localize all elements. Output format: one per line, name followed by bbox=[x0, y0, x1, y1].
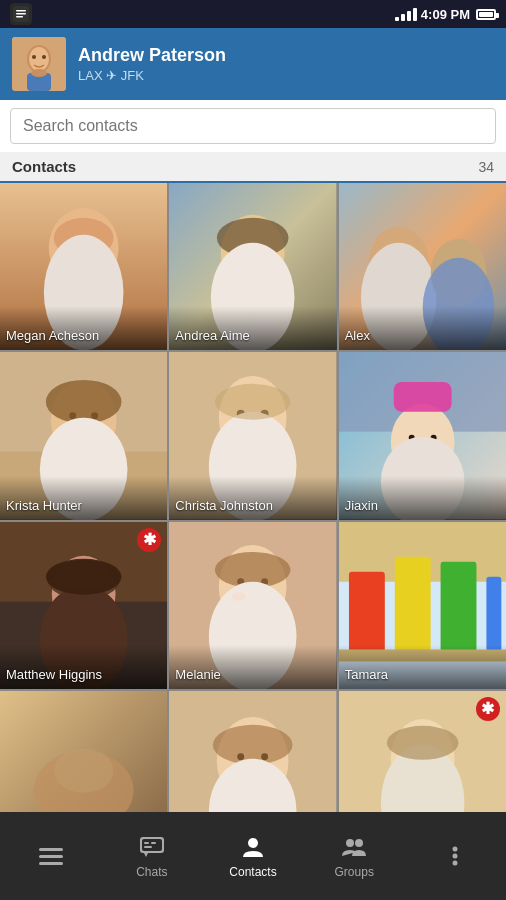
contact-name: Alex bbox=[345, 328, 370, 343]
nav-item-chats[interactable]: Chats bbox=[101, 825, 202, 887]
user-name: Andrew Paterson bbox=[78, 45, 494, 66]
svg-rect-71 bbox=[394, 557, 430, 652]
contacts-count: 34 bbox=[478, 159, 494, 175]
svg-rect-72 bbox=[440, 561, 476, 651]
nav-item-groups[interactable]: Groups bbox=[304, 825, 405, 887]
contact-cell[interactable]: Krista Hunter bbox=[0, 352, 167, 519]
contact-cell[interactable]: Alex bbox=[339, 183, 506, 350]
svg-point-36 bbox=[46, 380, 122, 424]
svg-rect-1 bbox=[16, 10, 26, 12]
svg-point-100 bbox=[453, 854, 458, 859]
svg-point-82 bbox=[213, 725, 293, 765]
status-left bbox=[10, 3, 32, 25]
svg-rect-70 bbox=[349, 571, 385, 651]
header-info: Andrew Paterson LAX ✈ JFK bbox=[78, 45, 494, 83]
svg-rect-93 bbox=[144, 846, 152, 848]
contact-name: Tamara bbox=[345, 667, 388, 682]
status-right: 4:09 PM bbox=[395, 7, 496, 22]
svg-point-10 bbox=[31, 69, 47, 77]
header: Andrew Paterson LAX ✈ JFK bbox=[0, 28, 506, 100]
contact-name: Matthew Higgins bbox=[6, 667, 102, 682]
svg-rect-3 bbox=[16, 16, 23, 18]
svg-point-101 bbox=[453, 861, 458, 866]
contact-name: Melanie bbox=[175, 667, 221, 682]
status-bar: 4:09 PM bbox=[0, 0, 506, 28]
svg-point-67 bbox=[232, 592, 246, 600]
nav-item-more[interactable] bbox=[405, 834, 506, 878]
contact-cell[interactable]: Christa Johnston bbox=[169, 352, 336, 519]
chats-label: Chats bbox=[136, 865, 167, 879]
svg-rect-91 bbox=[142, 839, 162, 851]
contact-name: Christa Johnston bbox=[175, 498, 273, 513]
contact-cell[interactable]: Megan Acheson bbox=[0, 183, 167, 350]
search-container bbox=[0, 100, 506, 152]
contact-name: Jiaxin bbox=[345, 498, 378, 513]
contact-cell[interactable]: Melanie bbox=[169, 522, 336, 689]
chats-icon bbox=[138, 833, 166, 861]
contact-name: Megan Acheson bbox=[6, 328, 99, 343]
bbm-badge: ✱ bbox=[137, 528, 161, 552]
user-status: LAX ✈ JFK bbox=[78, 68, 494, 83]
svg-point-44 bbox=[215, 384, 291, 420]
contact-name: Krista Hunter bbox=[6, 498, 82, 513]
groups-label: Groups bbox=[335, 865, 374, 879]
svg-rect-2 bbox=[16, 13, 26, 15]
search-input[interactable] bbox=[10, 108, 496, 144]
contact-cell[interactable]: Andrea Aime bbox=[169, 183, 336, 350]
svg-point-99 bbox=[453, 847, 458, 852]
contact-cell[interactable]: Tamara bbox=[339, 522, 506, 689]
svg-point-8 bbox=[42, 55, 46, 59]
contacts-grid: Megan Acheson Andrea Aime Alex Krista Hu… bbox=[0, 183, 506, 858]
svg-point-89 bbox=[386, 726, 458, 760]
svg-point-7 bbox=[32, 55, 36, 59]
svg-point-98 bbox=[355, 839, 363, 847]
svg-rect-94 bbox=[151, 842, 156, 844]
more-icon bbox=[441, 842, 469, 870]
contact-name: Andrea Aime bbox=[175, 328, 249, 343]
app-icon bbox=[10, 3, 32, 25]
user-avatar[interactable] bbox=[12, 37, 66, 91]
svg-point-77 bbox=[54, 749, 114, 793]
svg-point-96 bbox=[248, 838, 258, 848]
nav-item-menu[interactable] bbox=[0, 836, 101, 877]
bbm-badge: ✱ bbox=[476, 697, 500, 721]
svg-rect-92 bbox=[144, 842, 149, 844]
contacts-title: Contacts bbox=[12, 158, 76, 175]
contacts-label: Contacts bbox=[229, 865, 276, 879]
svg-rect-50 bbox=[393, 382, 451, 412]
contact-cell[interactable]: Matthew Higgins✱ bbox=[0, 522, 167, 689]
nav-item-contacts[interactable]: Contacts bbox=[202, 825, 303, 887]
contacts-header: Contacts 34 bbox=[0, 152, 506, 183]
battery-icon bbox=[476, 9, 496, 20]
time-display: 4:09 PM bbox=[421, 7, 470, 22]
bottom-nav: Chats Contacts Groups bbox=[0, 812, 506, 900]
svg-point-97 bbox=[346, 839, 354, 847]
menu-icon bbox=[35, 844, 67, 869]
contact-cell[interactable]: Jiaxin bbox=[339, 352, 506, 519]
svg-rect-73 bbox=[486, 576, 501, 651]
groups-icon bbox=[340, 833, 368, 861]
svg-point-60 bbox=[46, 559, 122, 595]
signal-icon bbox=[395, 8, 417, 21]
svg-marker-95 bbox=[144, 853, 148, 857]
contacts-icon bbox=[239, 833, 267, 861]
